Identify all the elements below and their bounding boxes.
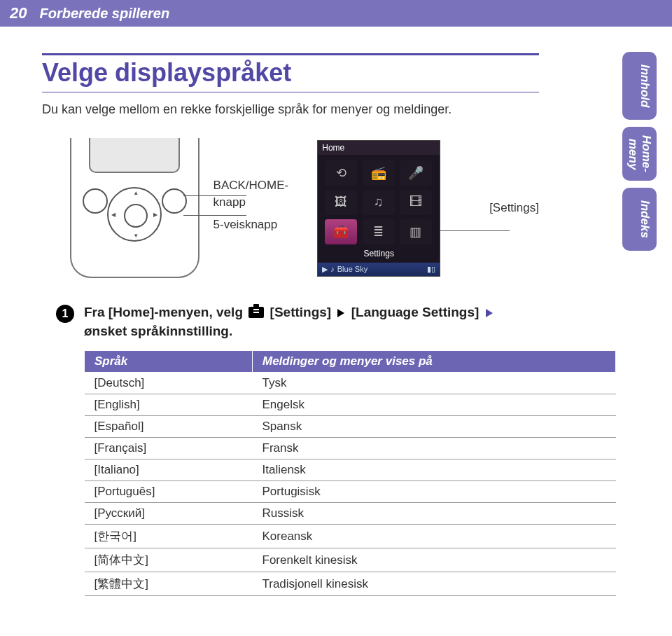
side-tabs: Innhold Home- meny Indeks xyxy=(622,52,657,251)
table-row: [Español]Spansk xyxy=(85,416,616,438)
ss-icon-shuffle: ⟲ xyxy=(325,160,357,186)
cell-display: Engelsk xyxy=(253,394,616,416)
tab-home-menu-line1: Home- xyxy=(640,135,653,172)
step-part2: ønsket språkinnstilling. xyxy=(84,324,232,338)
table-row: [한국어]Koreansk xyxy=(85,525,616,548)
cell-language: [繁體中文] xyxy=(85,572,253,596)
cell-language: [Español] xyxy=(85,416,253,438)
ss-icon-music: ♫ xyxy=(363,190,395,215)
settings-callout: [Settings] xyxy=(489,201,539,215)
screenshot-selected-label: Settings xyxy=(318,247,440,263)
arrow-right-icon xyxy=(337,309,344,317)
ss-icon-mic: 🎤 xyxy=(400,160,432,186)
intro-text: Du kan velge mellom en rekke forskjellig… xyxy=(42,102,539,117)
cell-language: [Deutsch] xyxy=(85,373,253,394)
step-settings: [Settings] xyxy=(270,305,335,319)
toolbox-icon xyxy=(248,307,264,318)
cell-display: Spansk xyxy=(253,416,616,438)
ss-icon-radio: 📻 xyxy=(363,160,395,186)
footer-track: Blue Sky xyxy=(337,265,368,273)
table-row: [Deutsch]Tysk xyxy=(85,373,616,394)
tab-home-menu-line2: meny xyxy=(626,139,640,170)
battery-icon: ▮▯ xyxy=(427,265,435,274)
screenshot-title: Home xyxy=(318,141,440,155)
cell-language: [简体中文] xyxy=(85,548,253,572)
cell-language: [English] xyxy=(85,394,253,416)
th-language: Språk xyxy=(85,351,253,373)
table-row: [Русский]Russisk xyxy=(85,503,616,525)
note-icon: ♪ xyxy=(330,265,335,273)
tab-home-menu[interactable]: Home- meny xyxy=(622,127,657,181)
back-home-label: BACK/HOME-knapp xyxy=(214,177,304,211)
step-1: 1 Fra [Home]-menyen, velg [Settings] [La… xyxy=(56,303,525,340)
step-langset: [Language Settings] xyxy=(351,305,483,319)
table-row: [繁體中文]Tradisjonell kinesisk xyxy=(85,572,616,596)
page-number: 20 xyxy=(10,4,27,22)
th-display: Meldinger og menyer vises på xyxy=(253,351,616,373)
cell-display: Italiensk xyxy=(253,459,616,481)
cell-display: Forenkelt kinesisk xyxy=(253,548,616,572)
arrow-right-final-icon xyxy=(486,309,493,317)
ss-icon-video: 🎞 xyxy=(400,190,432,215)
cell-display: Russisk xyxy=(253,503,616,525)
play-icon: ▶ xyxy=(322,265,328,274)
cell-display: Portugisisk xyxy=(253,481,616,503)
cell-language: [Русский] xyxy=(85,503,253,525)
figure-row: ▲▼ ◀▶ BACK/HOME-knapp 5-veisknapp Home ⟲… xyxy=(70,138,539,278)
ss-icon-photo: 🖼 xyxy=(325,190,357,215)
table-row: [Français]Fransk xyxy=(85,438,616,459)
language-table: Språk Meldinger og menyer vises på [Deut… xyxy=(84,350,616,596)
cell-language: [Italiano] xyxy=(85,459,253,481)
cell-display: Tysk xyxy=(253,373,616,394)
ss-icon-settings: 🧰 xyxy=(325,219,357,244)
ss-icon-nowplaying: ▥ xyxy=(400,219,432,244)
cell-display: Tradisjonell kinesisk xyxy=(253,572,616,596)
tab-index[interactable]: Indeks xyxy=(622,188,657,251)
page-title: Velge displayspråket xyxy=(42,53,539,92)
table-row: [Italiano]Italiensk xyxy=(85,459,616,481)
cell-language: [Português] xyxy=(85,481,253,503)
five-way-button-illust: ▲▼ ◀▶ xyxy=(107,187,162,242)
device-illustration: ▲▼ ◀▶ xyxy=(70,138,200,278)
table-row: [Português]Portugisisk xyxy=(85,481,616,503)
table-row: [简体中文]Forenkelt kinesisk xyxy=(85,548,616,572)
home-screenshot: Home ⟲ 📻 🎤 🖼 ♫ 🎞 🧰 ≣ ▥ Settings ▶ ♪ Blue… xyxy=(317,140,440,277)
cell-display: Koreansk xyxy=(253,525,616,548)
page-header: 20 Forberede spilleren xyxy=(0,0,672,27)
step-number: 1 xyxy=(56,305,74,323)
ss-icon-playlist: ≣ xyxy=(363,219,395,244)
tab-contents[interactable]: Innhold xyxy=(622,52,657,120)
table-row: [English]Engelsk xyxy=(85,394,616,416)
cell-display: Fransk xyxy=(253,438,616,459)
section-title: Forberede spilleren xyxy=(39,6,169,22)
cell-language: [Français] xyxy=(85,438,253,459)
back-home-button-illust xyxy=(83,188,108,214)
cell-language: [한국어] xyxy=(85,525,253,548)
step-part1: Fra [Home]-menyen, velg xyxy=(84,305,243,319)
fiveway-label: 5-veisknapp xyxy=(214,216,304,233)
